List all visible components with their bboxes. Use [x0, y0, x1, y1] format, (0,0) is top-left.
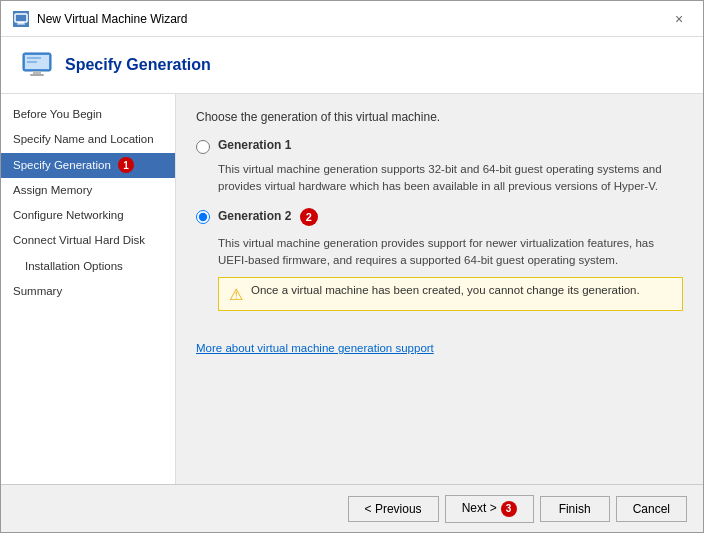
generation1-row: Generation 1	[196, 138, 683, 155]
generation1-label: Generation 1	[218, 138, 291, 152]
sidebar-item-assign-memory[interactable]: Assign Memory	[1, 178, 175, 203]
cancel-button[interactable]: Cancel	[616, 496, 687, 522]
generation2-radio[interactable]	[196, 210, 210, 224]
generation2-row: Generation 2 2	[196, 208, 683, 229]
svg-rect-1	[18, 22, 24, 24]
sidebar-item-before-begin[interactable]: Before You Begin	[1, 102, 175, 127]
generation2-block: Generation 2 2 This virtual machine gene…	[196, 208, 683, 312]
monitor-icon	[21, 49, 53, 81]
main-content: Choose the generation of this virtual ma…	[176, 94, 703, 484]
svg-rect-7	[27, 57, 41, 59]
close-button[interactable]: ×	[667, 7, 691, 31]
page-header: Specify Generation	[1, 37, 703, 94]
content-area: Before You Begin Specify Name and Locati…	[1, 94, 703, 484]
finish-button[interactable]: Finish	[540, 496, 610, 522]
generation1-radio[interactable]	[196, 140, 210, 154]
sidebar-item-specify-generation[interactable]: Specify Generation 1	[1, 153, 175, 178]
previous-button[interactable]: < Previous	[348, 496, 439, 522]
link-area: More about virtual machine generation su…	[196, 341, 683, 355]
title-bar: New Virtual Machine Wizard ×	[1, 1, 703, 37]
sidebar-item-installation-options[interactable]: Installation Options	[1, 254, 175, 279]
title-bar-left: New Virtual Machine Wizard	[13, 11, 188, 27]
wizard-window: New Virtual Machine Wizard × Specify Gen…	[0, 0, 704, 533]
warning-box: ⚠ Once a virtual machine has been create…	[218, 277, 683, 311]
sidebar-badge-1: 1	[118, 157, 134, 173]
generation2-label: Generation 2 2	[218, 208, 318, 226]
generation2-desc: This virtual machine generation provides…	[218, 235, 683, 270]
page-title: Specify Generation	[65, 56, 211, 74]
svg-rect-0	[15, 14, 27, 22]
generation1-block: Generation 1 This virtual machine genera…	[196, 138, 683, 196]
svg-rect-8	[27, 61, 37, 63]
sidebar-item-connect-vhd[interactable]: Connect Virtual Hard Disk	[1, 228, 175, 253]
sidebar-item-summary[interactable]: Summary	[1, 279, 175, 304]
main-intro-text: Choose the generation of this virtual ma…	[196, 110, 683, 124]
svg-rect-6	[30, 74, 44, 76]
sidebar-item-configure-networking[interactable]: Configure Networking	[1, 203, 175, 228]
warning-text: Once a virtual machine has been created,…	[251, 284, 640, 296]
svg-rect-2	[17, 23, 25, 24]
next-button[interactable]: Next >3	[445, 495, 534, 523]
footer: < Previous Next >3 Finish Cancel	[1, 484, 703, 532]
title-text: New Virtual Machine Wizard	[37, 12, 188, 26]
generation1-desc: This virtual machine generation supports…	[218, 161, 683, 196]
sidebar-item-specify-name[interactable]: Specify Name and Location	[1, 127, 175, 152]
wizard-icon	[13, 11, 29, 27]
more-info-link[interactable]: More about virtual machine generation su…	[196, 342, 434, 354]
badge-2: 2	[300, 208, 318, 226]
badge-3: 3	[501, 501, 517, 517]
svg-rect-5	[33, 71, 41, 74]
sidebar: Before You Begin Specify Name and Locati…	[1, 94, 176, 484]
warning-icon: ⚠	[229, 285, 243, 304]
